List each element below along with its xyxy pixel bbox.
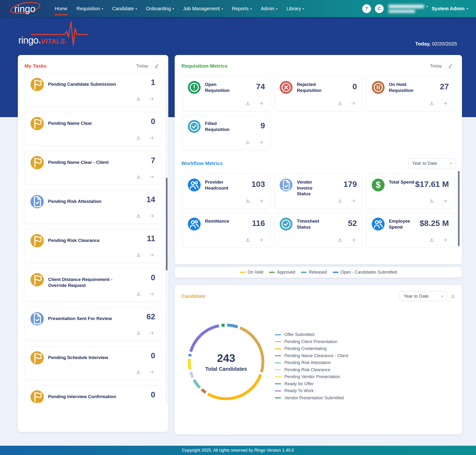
- arrow-right-icon[interactable]: [350, 237, 356, 243]
- download-icon[interactable]: [429, 100, 435, 106]
- tasks-scrollbar[interactable]: [166, 73, 168, 403]
- arrow-right-icon[interactable]: [442, 198, 448, 204]
- download-icon[interactable]: [136, 252, 141, 258]
- task-card-client-distance-override[interactable]: Client Distance Requirement - Override R…: [24, 268, 161, 302]
- card-vendor-invoice-status[interactable]: Vendor Invoice Status 179: [274, 174, 362, 209]
- alert-circle-icon: [188, 81, 201, 94]
- nav-candidate[interactable]: Candidate▾: [112, 0, 137, 17]
- legend-on-hold: On Hold: [240, 270, 263, 275]
- user-name-redacted[interactable]: ▾: [388, 5, 428, 13]
- help-button[interactable]: ?: [362, 4, 371, 13]
- flag-icon: [31, 351, 44, 365]
- arrow-right-icon[interactable]: [442, 100, 448, 106]
- card-open-requisition[interactable]: Open Requisition 74: [182, 76, 270, 111]
- card-filled-requisition[interactable]: Filled Requisition 9: [182, 115, 270, 150]
- workflow-chart-legend: On Hold Approved Released Open - Candida…: [175, 267, 462, 278]
- arrow-right-icon[interactable]: [258, 139, 264, 145]
- metric-value: 0: [353, 82, 357, 91]
- document-check-icon: [31, 312, 44, 325]
- role-menu[interactable]: System Admin ▾: [432, 6, 468, 11]
- download-icon[interactable]: [337, 237, 343, 243]
- chevron-down-icon: ▾: [442, 294, 443, 298]
- metric-value: $8.25 M: [420, 219, 449, 228]
- download-icon[interactable]: [245, 100, 251, 106]
- card-timesheet-status[interactable]: Timesheet Status 52: [274, 213, 362, 248]
- metric-value: 103: [251, 179, 265, 189]
- arrow-right-icon[interactable]: [149, 174, 155, 180]
- task-card-pending-name-clear-client[interactable]: Pending Name Clear - Client 7: [24, 151, 161, 185]
- card-provider-headcount[interactable]: Provider Headcount 103: [182, 174, 270, 209]
- metric-value: 9: [260, 121, 265, 130]
- download-icon[interactable]: [136, 213, 141, 219]
- nav-home[interactable]: Home: [55, 0, 67, 17]
- download-icon[interactable]: [245, 139, 251, 145]
- arrow-right-icon[interactable]: [149, 96, 155, 102]
- nav-admin[interactable]: Admin▾: [261, 0, 277, 17]
- arrow-right-icon[interactable]: [258, 100, 264, 106]
- arrow-right-icon[interactable]: [149, 213, 155, 219]
- task-card-pending-risk-clearance[interactable]: Pending Risk Clearance 11: [24, 229, 161, 263]
- download-icon[interactable]: [136, 135, 141, 141]
- card-total-spend[interactable]: $ Total Spend $17.61 M: [366, 174, 454, 209]
- tasks-edit-period-button[interactable]: [151, 61, 162, 71]
- workflow-scrollbar-thumb[interactable]: [458, 171, 460, 246]
- tasks-list[interactable]: Pending Candidate Submission 1 Pending N…: [18, 73, 168, 403]
- pause-circle-icon: [372, 81, 385, 94]
- download-icon[interactable]: [136, 369, 141, 375]
- task-card-pending-interview-confirmation[interactable]: Pending Interview Confirmation 0: [24, 385, 161, 403]
- requisition-period-label: Today: [430, 63, 442, 69]
- download-icon[interactable]: [337, 100, 343, 106]
- legend-swatch: [275, 362, 281, 363]
- ringo-logo[interactable]: ringo: [8, 2, 44, 16]
- card-rejected-requisition[interactable]: Rejected Requisition 0: [274, 76, 362, 111]
- download-icon[interactable]: [136, 96, 141, 102]
- people-icon: [188, 218, 201, 230]
- arrow-right-icon[interactable]: [258, 198, 264, 204]
- task-card-pending-candidate-submission[interactable]: Pending Candidate Submission 1: [24, 73, 161, 107]
- download-icon[interactable]: [450, 293, 456, 299]
- flag-icon: [31, 78, 44, 91]
- card-remittance[interactable]: Remittance 116: [182, 213, 270, 248]
- arrow-right-icon[interactable]: [350, 100, 356, 106]
- nav-requisition[interactable]: Requisition▾: [76, 0, 103, 17]
- legend-swatch: [275, 376, 281, 377]
- task-card-pending-schedule-interview[interactable]: Pending Schedule Interview 0: [24, 346, 161, 380]
- people-icon: [372, 218, 385, 230]
- arrow-right-icon[interactable]: [258, 237, 264, 243]
- arrow-right-icon[interactable]: [350, 198, 356, 204]
- download-icon[interactable]: [429, 198, 435, 204]
- arrow-right-icon[interactable]: [442, 237, 448, 243]
- top-navbar: ringo Home Requisition▾ Candidate▾ Onboa…: [0, 0, 476, 17]
- workflow-metrics-title: Workflow Metrics: [181, 161, 223, 166]
- download-icon[interactable]: [136, 291, 141, 297]
- svg-text:$: $: [376, 180, 380, 190]
- nav-onboarding[interactable]: Onboarding▾: [146, 0, 174, 17]
- arrow-right-icon[interactable]: [149, 135, 155, 141]
- nav-job-management[interactable]: Job Management▾: [183, 0, 223, 17]
- flag-icon: [31, 390, 44, 403]
- card-employee-spend[interactable]: Employee Spend $8.25 M: [366, 213, 454, 248]
- question-mark-icon: ?: [365, 6, 368, 11]
- download-icon[interactable]: [429, 237, 435, 243]
- task-card-pending-name-clear[interactable]: Pending Name Clear 0: [24, 112, 161, 146]
- nav-reports[interactable]: Reports▾: [232, 0, 252, 17]
- legend-offer-submitted: Offer Submitted: [275, 332, 348, 337]
- arrow-right-icon[interactable]: [149, 330, 155, 336]
- download-icon[interactable]: [245, 237, 251, 243]
- candidate-period-select[interactable]: Year to Date ▾: [400, 291, 447, 301]
- card-on-hold-requisition[interactable]: On Hold Requisition 27: [366, 76, 454, 111]
- download-icon[interactable]: [136, 174, 141, 180]
- download-icon[interactable]: [337, 198, 343, 204]
- task-card-presentation-sent-for-review[interactable]: Presentation Sent For Review 62: [24, 307, 161, 341]
- workflow-period-select[interactable]: Year to Date ▾: [408, 158, 456, 168]
- tasks-scrollbar-thumb[interactable]: [166, 178, 168, 270]
- download-icon[interactable]: [136, 330, 141, 336]
- arrow-right-icon[interactable]: [149, 252, 155, 258]
- arrow-right-icon[interactable]: [149, 369, 155, 375]
- download-icon[interactable]: [245, 198, 251, 204]
- requisition-edit-period-button[interactable]: [445, 61, 456, 71]
- task-card-pending-risk-attestation[interactable]: Pending Risk Attestation 14: [24, 190, 161, 224]
- avatar[interactable]: C: [375, 4, 384, 13]
- nav-library[interactable]: Library▾: [287, 0, 304, 17]
- arrow-right-icon[interactable]: [149, 291, 155, 297]
